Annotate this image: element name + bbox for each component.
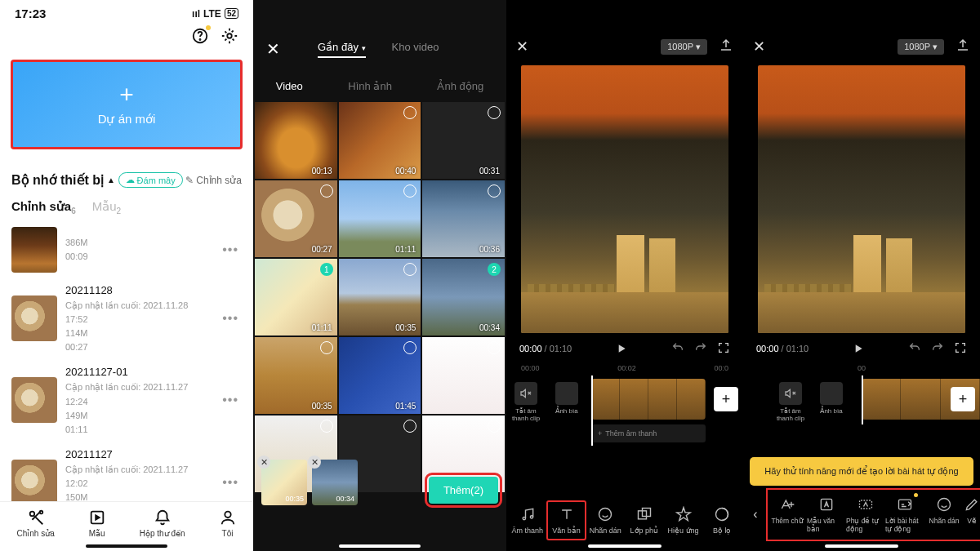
play-button[interactable]: [615, 342, 628, 355]
redo-icon[interactable]: [694, 341, 707, 356]
edit-toolbar: Âm thanh Văn bản Nhãn dán Lớp phủ Hiệu ứ…: [506, 501, 743, 540]
media-cell[interactable]: 01:11: [339, 180, 421, 257]
tab-edit[interactable]: Chỉnh sửa6: [11, 199, 76, 216]
thumbnail: [11, 460, 57, 505]
thumbnail: [11, 227, 57, 273]
media-cell[interactable]: 200:34: [422, 259, 505, 335]
undo-icon[interactable]: [671, 341, 684, 356]
selected-thumb[interactable]: ✕00:35: [261, 460, 307, 505]
thumbnail: [11, 377, 57, 423]
media-cell[interactable]: 00:31: [422, 102, 505, 179]
nav-me[interactable]: Tôi: [219, 509, 237, 538]
home-screen: 17:23 ııl LTE 52 + Dự án mới Bộ nhớ thiế…: [0, 0, 253, 551]
nav-template[interactable]: Mẫu: [88, 509, 106, 538]
export-icon[interactable]: [956, 38, 970, 56]
nav-edit[interactable]: Chỉnh sửa: [16, 509, 54, 538]
media-cell[interactable]: 01:45: [339, 337, 421, 414]
cover-button[interactable]: Ảnh bìa: [550, 382, 583, 422]
tool-sticker[interactable]: Nhãn dán: [586, 501, 625, 540]
new-project-button[interactable]: + Dự án mới: [11, 60, 243, 149]
more-icon[interactable]: •••: [219, 393, 242, 407]
tool-auto-lyrics[interactable]: Lời bài hát tự động: [885, 491, 924, 538]
timeline[interactable]: 00 Tắt âm thanh clip Ảnh bìa +: [743, 361, 980, 416]
mtab-video[interactable]: Video: [276, 80, 303, 92]
add-audio-button[interactable]: + Thêm âm thanh: [591, 424, 706, 442]
time-display: 00:00 / 01:10: [519, 344, 572, 353]
close-icon[interactable]: ✕: [753, 38, 765, 56]
tool-text[interactable]: Văn bản: [547, 501, 586, 540]
mtab-anim[interactable]: Ảnh động: [437, 80, 483, 92]
more-icon[interactable]: •••: [219, 311, 242, 326]
editor-screen: ✕ 1080P ▾ 00:00 / 01:10 00:0000:0200:0 T…: [506, 0, 743, 551]
mute-clip-button[interactable]: Tắt âm thanh clip: [774, 382, 807, 422]
storage-heading[interactable]: Bộ nhớ thiết bị ▲: [11, 172, 115, 188]
add-clip-button[interactable]: +: [714, 387, 738, 411]
svg-point-7: [523, 517, 525, 519]
media-cell[interactable]: 00:35: [339, 259, 421, 335]
mute-clip-button[interactable]: Tắt âm thanh clip: [510, 382, 542, 422]
media-cell[interactable]: 00:27: [255, 180, 337, 257]
mtab-image[interactable]: Hình ảnh: [348, 80, 392, 92]
time-display: 00:00 / 01:10: [756, 344, 808, 353]
resolution-badge[interactable]: 1080P ▾: [661, 39, 707, 55]
close-icon[interactable]: ✕: [266, 39, 280, 59]
tool-text-template[interactable]: Mẫu văn bản: [807, 491, 846, 538]
remove-icon[interactable]: ✕: [308, 455, 321, 469]
close-icon[interactable]: ✕: [516, 38, 528, 56]
edit-button[interactable]: ✎ Chỉnh sửa: [185, 175, 242, 186]
selected-thumb[interactable]: ✕00:34: [312, 460, 358, 505]
preview[interactable]: [521, 65, 728, 333]
text-toolbar: ‹ Thêm chữ Mẫu văn bản Phụ đề tự động Lờ…: [743, 490, 980, 540]
thumbnail: [11, 295, 57, 341]
tool-effect[interactable]: Hiệu ứng: [664, 501, 703, 540]
settings-icon[interactable]: [220, 27, 238, 48]
media-cell[interactable]: 00:35: [255, 337, 337, 414]
svg-point-4: [39, 511, 42, 514]
feature-tooltip: Hãy thử tính năng mới để tạo lời bài hát…: [750, 457, 973, 486]
nav-inbox[interactable]: Hộp thư đến: [140, 509, 185, 538]
status-right: ııl LTE 52: [192, 7, 238, 20]
back-icon[interactable]: ‹: [743, 507, 768, 522]
tool-draw[interactable]: Vẽ: [964, 491, 980, 538]
more-icon[interactable]: •••: [219, 475, 242, 490]
add-clip-button[interactable]: +: [951, 387, 975, 411]
fullscreen-icon[interactable]: [954, 341, 967, 356]
media-cell[interactable]: 00:36: [422, 180, 505, 257]
export-icon[interactable]: [719, 38, 733, 56]
media-cell[interactable]: 00:40: [339, 102, 421, 179]
video-clip[interactable]: [591, 379, 706, 420]
tab-recent[interactable]: Gần đây ▾: [318, 41, 366, 58]
tool-sticker[interactable]: Nhãn dán: [924, 491, 964, 538]
list-item[interactable]: 20211128Cập nhật lần cuối: 2021.11.28 17…: [0, 278, 253, 359]
cloud-button[interactable]: ☁ Đám mây: [118, 172, 183, 188]
tool-audio[interactable]: Âm thanh: [508, 501, 547, 540]
timeline[interactable]: 00:0000:0200:0 Tắt âm thanh clip Ảnh bìa…: [506, 361, 743, 451]
help-icon[interactable]: [191, 27, 209, 48]
tab-stock[interactable]: Kho video: [392, 41, 439, 58]
media-cell[interactable]: [422, 337, 505, 414]
svg-point-8: [530, 516, 532, 518]
fullscreen-icon[interactable]: [717, 341, 730, 356]
resolution-badge[interactable]: 1080P ▾: [898, 39, 944, 55]
tool-filter[interactable]: Bộ lọ: [702, 501, 742, 540]
list-item[interactable]: 386M00:09 •••: [0, 222, 253, 278]
preview[interactable]: [758, 65, 965, 333]
media-cell[interactable]: 101:11: [255, 259, 337, 335]
tool-auto-caption[interactable]: Phụ đề tự động: [846, 491, 885, 538]
more-icon[interactable]: •••: [219, 242, 242, 257]
svg-point-9: [599, 509, 612, 521]
tab-template[interactable]: Mẫu2: [92, 199, 121, 216]
undo-icon[interactable]: [908, 341, 921, 356]
redo-icon[interactable]: [931, 341, 944, 356]
cover-button[interactable]: Ảnh bìa: [815, 382, 848, 422]
playhead[interactable]: [862, 375, 863, 424]
tool-add-text[interactable]: Thêm chữ: [768, 491, 807, 538]
home-indicator: [86, 544, 167, 548]
remove-icon[interactable]: ✕: [257, 455, 270, 469]
playhead[interactable]: [591, 375, 593, 446]
tool-overlay[interactable]: Lớp phủ: [625, 501, 664, 540]
media-cell[interactable]: 00:13: [255, 102, 337, 179]
list-item[interactable]: 20211127-01Cập nhật lần cuối: 2021.11.27…: [0, 359, 253, 441]
play-button[interactable]: [852, 342, 865, 355]
add-button[interactable]: Thêm(2): [429, 477, 498, 504]
